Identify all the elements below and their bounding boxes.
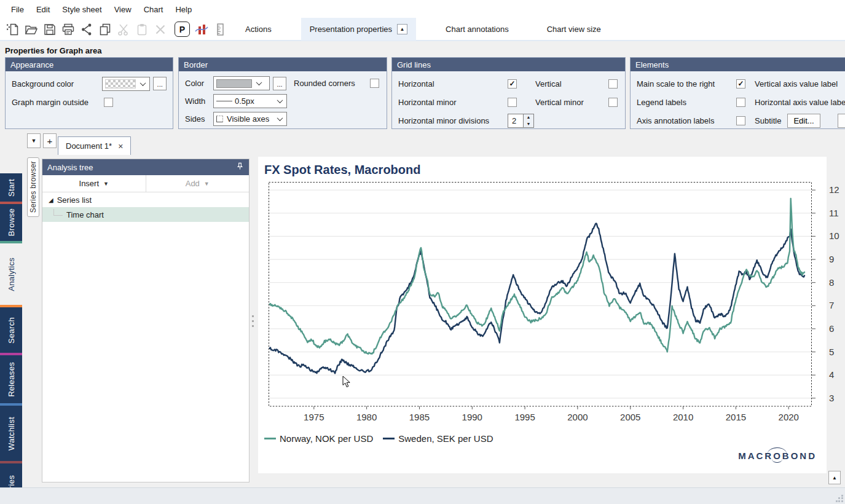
menu-item-edit[interactable]: Edit	[30, 2, 56, 17]
x-tick-label: 1975	[296, 412, 332, 422]
minor-divisions-value: 2	[508, 114, 524, 128]
x-tick-label: 2000	[559, 412, 596, 422]
tab-list-dropdown-button[interactable]: ▼	[27, 133, 41, 148]
subtitle-edit-button[interactable]: Edit...	[787, 114, 820, 128]
save-icon[interactable]	[41, 20, 59, 39]
spin-up-icon[interactable]: ▲	[524, 114, 533, 121]
tab-presentation-properties[interactable]: Presentation properties ▲	[301, 18, 416, 41]
axis-annotation-checkbox[interactable]	[736, 116, 745, 125]
share-icon[interactable]	[77, 20, 96, 39]
chart-type-icon[interactable]	[192, 20, 211, 39]
y-tick-label: 9	[829, 254, 845, 264]
border-width-label: Width	[185, 96, 213, 106]
navigation-rail: StartBrowseAnalyticsSearchReleasesWatchl…	[0, 173, 22, 504]
legend-labels-label: Legend labels	[637, 98, 736, 107]
sidebar-tab-watchlist[interactable]: Watchlist	[0, 406, 22, 461]
panel-appearance: Appearance Background color ... Graph ma…	[5, 57, 173, 129]
sidebar-tab-start[interactable]: Start	[0, 173, 22, 202]
border-sides-dropdown[interactable]: Visible axes	[213, 112, 287, 126]
copy-icon[interactable]	[96, 20, 114, 39]
legend-item: Norway, NOK per USD	[264, 433, 373, 444]
background-color-label: Background color	[12, 79, 102, 89]
new-tab-button[interactable]: +	[43, 133, 57, 148]
background-color-more-button[interactable]: ...	[153, 77, 167, 90]
y-tick-label: 12	[829, 184, 845, 195]
pin-icon[interactable]	[236, 162, 244, 172]
minor-divisions-label: Horizontal minor divisions	[398, 116, 508, 125]
graph-margin-label: Graph margin outside	[12, 98, 104, 107]
border-color-dropdown[interactable]	[213, 76, 270, 90]
menu-item-view[interactable]: View	[108, 2, 138, 17]
toolbar-icons	[4, 20, 170, 39]
tab-label: Chart view size	[547, 25, 601, 34]
horizontal-axis-value-label: Horizontal axis value label	[755, 98, 845, 107]
legend-label: Norway, NOK per USD	[280, 433, 373, 444]
scroll-up-button[interactable]: ▲	[828, 471, 841, 484]
legend-labels-checkbox[interactable]	[736, 98, 745, 107]
tab-chart-annotations[interactable]: Chart annotations	[437, 18, 517, 41]
sidebar-tab-label: Browse	[7, 208, 16, 236]
rounded-corners-checkbox[interactable]	[370, 79, 379, 88]
series-list-label: Series list	[57, 195, 92, 205]
series-browser-tab[interactable]: Series browser	[27, 157, 39, 217]
y-tick-label: 6	[829, 323, 845, 334]
mouse-cursor	[342, 376, 351, 388]
border-sides-value: Visible axes	[227, 114, 269, 124]
background-color-dropdown[interactable]	[102, 77, 150, 91]
subtitle-label: Subtitle	[755, 116, 781, 125]
actions-menu[interactable]: Actions	[240, 21, 277, 37]
menu-item-file[interactable]: File	[5, 2, 30, 17]
x-tick-label: 1990	[454, 412, 490, 422]
tree-node-time-chart[interactable]: Time chart	[42, 207, 249, 222]
collapse-panel-icon[interactable]: ▲	[397, 24, 407, 34]
menu-item-style-sheet[interactable]: Style sheet	[56, 2, 108, 17]
border-color-more-button[interactable]: ...	[273, 77, 286, 90]
graph-margin-checkbox[interactable]	[104, 98, 113, 107]
open-icon[interactable]	[22, 20, 41, 39]
sidebar-tab-releases[interactable]: Releases	[0, 355, 22, 403]
new-document-icon[interactable]	[4, 20, 22, 39]
vertical-axis-value-label: Vertical axis value label	[755, 79, 845, 89]
properties-title: Properties for Graph area	[5, 46, 102, 55]
border-width-dropdown[interactable]: 0.5px	[213, 94, 287, 108]
tab-chart-view-size[interactable]: Chart view size	[538, 18, 610, 41]
horizontal-grid-checkbox[interactable]: ✓	[508, 79, 517, 89]
y-tick-label: 5	[829, 347, 845, 357]
tree-node-series-list[interactable]: ◢ Series list	[42, 192, 249, 207]
menu-item-help[interactable]: Help	[169, 2, 198, 17]
panel-splitter[interactable]	[252, 312, 254, 330]
menu-item-chart[interactable]: Chart	[138, 2, 170, 17]
insert-button[interactable]: Insert▼	[42, 175, 146, 192]
x-tick-label: 2020	[770, 412, 807, 422]
main-scale-checkbox[interactable]: ✓	[736, 79, 745, 89]
expanded-node-icon[interactable]: ◢	[49, 197, 53, 203]
macrobond-logo: MACROBOND	[738, 451, 817, 461]
axis-annotation-label: Axis annotation labels	[637, 116, 736, 125]
vertical-minor-checkbox[interactable]	[608, 98, 618, 107]
close-icon[interactable]: ×	[118, 141, 123, 151]
print-icon[interactable]	[59, 20, 77, 39]
delete-icon	[151, 20, 170, 39]
ruler-icon[interactable]	[211, 20, 229, 39]
chevron-down-icon	[256, 79, 262, 85]
sidebar-tab-search[interactable]: Search	[0, 307, 22, 353]
sidebar-tab-label: Search	[7, 317, 16, 344]
chart-title[interactable]: FX Spot Rates, Macrobond	[264, 163, 420, 177]
clipped-button[interactable]	[838, 114, 845, 128]
minor-divisions-stepper[interactable]: 2 ▲▼	[508, 114, 534, 128]
sidebar-tab-analytics[interactable]: Analytics	[0, 243, 22, 305]
x-tick-label: 1980	[348, 412, 385, 422]
presentation-p-button[interactable]: P	[175, 22, 190, 37]
document-tab-label: Document 1*	[66, 141, 112, 151]
gray-swatch	[216, 79, 252, 88]
add-button[interactable]: Add▼	[146, 175, 250, 192]
sidebar-tab-label: Releases	[7, 362, 16, 397]
time-chart-label: Time chart	[66, 210, 104, 219]
horizontal-minor-checkbox[interactable]	[508, 98, 517, 107]
resize-grip[interactable]	[836, 495, 844, 503]
status-bar	[0, 487, 845, 504]
sidebar-tab-browse[interactable]: Browse	[0, 204, 22, 241]
spin-down-icon[interactable]: ▼	[524, 120, 533, 127]
vertical-grid-checkbox[interactable]	[608, 79, 618, 89]
tab-document-1[interactable]: Document 1* ×	[58, 136, 131, 155]
